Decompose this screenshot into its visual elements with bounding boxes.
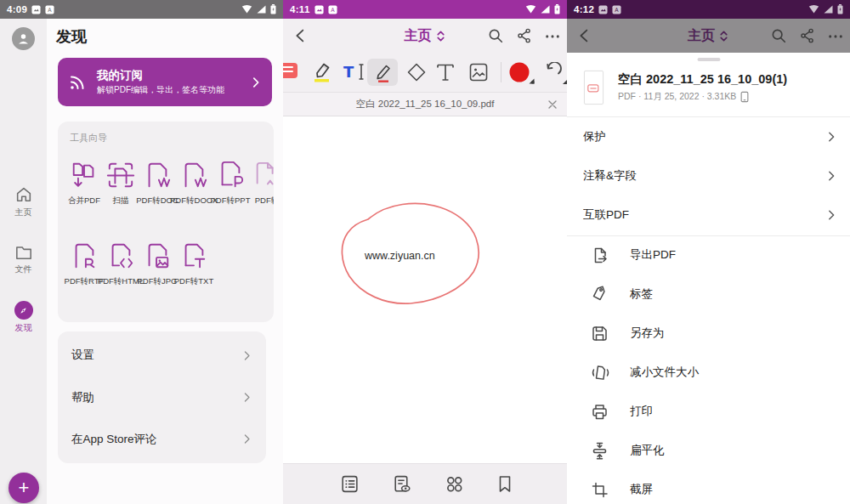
svg-text:A: A (48, 7, 53, 14)
tool-pdf-to-ppt[interactable]: PDF转PPT (216, 159, 245, 207)
pencil-tool-selected[interactable] (367, 59, 398, 86)
chevron-right-icon (825, 131, 837, 143)
tool-pdf-to-txt[interactable]: PDF转TXT (179, 240, 208, 287)
action-label: 扁平化 (630, 443, 665, 458)
row-annotations-fields[interactable]: 注释&字段 (567, 156, 850, 195)
settings-card: 设置 帮助 在App Store评论 (58, 331, 266, 463)
action-save-as[interactable]: 另存为 (567, 314, 850, 353)
thumbnail-logo-icon (587, 84, 599, 93)
row-protect[interactable]: 保护 (567, 117, 850, 156)
back-button[interactable] (292, 26, 310, 45)
share-icon[interactable] (516, 27, 533, 44)
more-icon[interactable] (828, 27, 843, 44)
home-icon (14, 185, 33, 204)
tools-row-2: PDF转RTF PDF转HTML PDF转JPG PDF转TXT (70, 240, 208, 287)
row-connected-pdf[interactable]: 互联PDF (567, 195, 850, 235)
wifi-icon (525, 5, 536, 14)
annotation-preview-icon[interactable] (391, 473, 412, 495)
thumbnails-grid-icon[interactable] (444, 473, 465, 495)
text-icon (435, 61, 456, 83)
document-tab[interactable]: 空白 2022_11_25 16_10_09.pdf (283, 92, 567, 116)
notification-app-icon: A (45, 5, 54, 14)
eraser-tool[interactable] (405, 61, 428, 83)
tool-pdf-to-more[interactable]: PDF转 (252, 159, 274, 207)
text-tool[interactable] (435, 61, 456, 83)
notification-image-icon (31, 5, 41, 14)
export-pdf-icon (590, 246, 609, 265)
add-button[interactable]: + (8, 473, 39, 503)
action-flatten[interactable]: 扁平化 (567, 431, 850, 470)
more-icon[interactable] (545, 27, 560, 44)
compass-icon (14, 301, 33, 320)
status-bar: 4:11 A (283, 0, 567, 19)
settings-row-review[interactable]: 在App Store评论 (58, 420, 266, 459)
nav-bar: 主页 (283, 19, 567, 53)
tool-pdf-to-docx[interactable]: PDF转DOCX (179, 159, 208, 207)
status-time: 4:11 (290, 4, 310, 14)
action-print[interactable]: 打印 (567, 392, 850, 431)
row-label: 保护 (583, 129, 825, 144)
cellular-icon (257, 5, 266, 14)
subscription-card[interactable]: 我的订阅 解锁PDF编辑，导出，签名等功能 (58, 58, 272, 106)
folder-icon (14, 244, 33, 261)
pdf-to-txt-icon (179, 240, 208, 272)
tool-merge-pdf[interactable]: 合并PDF (70, 159, 99, 207)
settings-row-help[interactable]: 帮助 (58, 378, 266, 417)
action-tags[interactable]: 标签 (567, 275, 850, 314)
rail-item-home[interactable]: 主页 (0, 185, 47, 218)
image-tool[interactable] (468, 61, 490, 83)
color-swatch-red[interactable] (510, 63, 530, 82)
tool-pdf-to-html[interactable]: PDF转HTML (106, 240, 135, 287)
device-icon (740, 91, 750, 103)
settings-label: 设置 (71, 348, 241, 363)
pdf-convert-icon (252, 159, 274, 191)
document-info-row: 空白 2022_11_25 16_10_09(1) PDF · 11月 25, … (584, 71, 838, 106)
back-button[interactable] (575, 26, 594, 45)
edit-text-tool[interactable]: T (342, 61, 366, 83)
screen-discover: 4:09 A 主页 文件 发现 + 发现 (0, 0, 283, 504)
undo-button[interactable] (542, 62, 563, 82)
notification-app-icon: A (612, 5, 621, 14)
avatar[interactable] (12, 27, 35, 50)
updown-chevron-icon (435, 30, 446, 42)
flatten-icon (590, 441, 609, 461)
canvas-text: www.ziyuan.cn (365, 250, 435, 262)
drag-handle[interactable] (697, 58, 720, 61)
pencil-icon (371, 61, 394, 83)
settings-label: 在App Store评论 (71, 432, 241, 447)
tool-pdf-to-jpg[interactable]: PDF转JPG (143, 240, 172, 287)
tool-pdf-to-rtf[interactable]: PDF转RTF (70, 240, 99, 287)
rail-item-discover[interactable]: 发现 (0, 301, 47, 334)
tool-pdf-to-doc[interactable]: PDF转DOC (143, 159, 172, 207)
battery-icon (837, 4, 843, 14)
tool-label: PDF转PPT (211, 195, 251, 207)
highlighter-icon (309, 59, 333, 85)
chevron-right-icon (825, 170, 837, 182)
wifi-icon (808, 5, 819, 14)
settings-row-settings[interactable]: 设置 (58, 336, 266, 375)
search-icon[interactable] (487, 27, 504, 44)
action-reduce-file-size[interactable]: 减小文件大小 (567, 353, 850, 392)
screen-doc-actions: 4:12 A 主页 (567, 0, 850, 504)
highlighter-tool[interactable] (309, 59, 333, 85)
search-icon[interactable] (770, 27, 787, 44)
bookmark-icon[interactable] (496, 473, 514, 495)
action-screenshot[interactable]: 截屏 (567, 470, 850, 504)
nav-title[interactable]: 主页 (405, 27, 432, 45)
outline-list-icon[interactable] (339, 473, 360, 495)
eraser-diamond-icon (405, 61, 428, 83)
tool-scan[interactable]: 扫描 (106, 159, 135, 207)
share-icon[interactable] (799, 27, 816, 44)
rail-item-files[interactable]: 文件 (0, 244, 47, 275)
left-rail: 主页 文件 发现 + (0, 19, 47, 504)
close-tab-button[interactable] (547, 99, 558, 110)
app-root: 4:09 A 主页 文件 发现 + 发现 (0, 0, 850, 504)
nav-title[interactable]: 主页 (688, 27, 715, 45)
scan-icon (106, 159, 135, 191)
action-export-pdf[interactable]: 导出PDF (567, 235, 850, 275)
battery-icon (554, 4, 560, 14)
subscription-title: 我的订阅 (97, 68, 241, 83)
action-label: 截屏 (630, 482, 653, 497)
comment-tool-icon[interactable] (283, 63, 298, 78)
pdf-canvas[interactable]: www.ziyuan.cn (283, 116, 567, 463)
